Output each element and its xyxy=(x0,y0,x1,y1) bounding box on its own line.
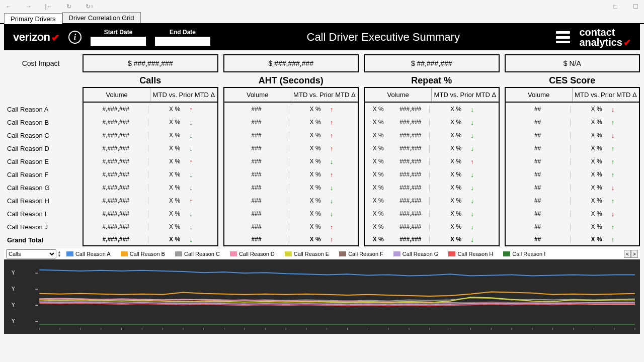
tab-driver-correlation-grid[interactable]: Driver Correlation Grid xyxy=(62,12,141,23)
fullscreen-icon[interactable]: ☐ xyxy=(631,2,640,11)
calls-volume: #,###,### xyxy=(84,236,148,243)
legend-next-button[interactable]: > xyxy=(631,250,638,258)
start-date-input[interactable] xyxy=(91,37,146,46)
legend-swatch xyxy=(66,251,73,256)
legend-item[interactable]: Call Reason G xyxy=(393,251,439,257)
aht-delta: X %↓ xyxy=(289,197,358,205)
cost-impact-label: Cost Impact xyxy=(4,59,77,67)
refresh-icon[interactable]: ↻ xyxy=(64,2,73,11)
legend-swatch xyxy=(503,251,510,256)
legend-item[interactable]: Call Reason A xyxy=(66,251,111,257)
repeat-delta: X %↓ xyxy=(429,184,498,192)
repeat-delta: X %↓ xyxy=(429,197,498,205)
refresh-pause-icon[interactable]: ↻॥ xyxy=(85,2,94,11)
arrow-down-icon: ↓ xyxy=(470,223,474,231)
legend-item[interactable]: Call Reason E xyxy=(285,251,329,257)
legend-item[interactable]: Call Reason B xyxy=(121,251,165,257)
ces-volume: ## xyxy=(506,145,570,152)
metric-subheader: Volume MTD vs. Prior MTD Δ xyxy=(364,87,500,103)
legend-label: Call Reason D xyxy=(239,251,275,257)
legend-label: Call Reason C xyxy=(184,251,220,257)
legend-label: Call Reason B xyxy=(130,251,165,257)
ces-delta: X %↑ xyxy=(570,223,639,231)
repeat-block: X %###,### X %↓ xyxy=(364,129,500,142)
reason-label: Call Reason H xyxy=(4,197,77,205)
ces-block: ## X %↓ xyxy=(505,103,640,116)
col-volume: Volume xyxy=(224,88,291,102)
check-icon: ✔ xyxy=(623,38,631,47)
col-delta: MTD vs. Prior MTD Δ xyxy=(572,88,639,102)
repeat-delta: X %↓ xyxy=(429,210,498,218)
menu-icon[interactable] xyxy=(556,31,570,43)
table-row: Call Reason J #,###,### X %↓ ### X %↑ X … xyxy=(4,220,640,233)
arrow-down-icon: ↓ xyxy=(189,145,193,152)
legend-swatch xyxy=(285,251,292,256)
repeat-block: X %###,### X %↓ xyxy=(364,142,500,155)
repeat-volume: X %###,### xyxy=(365,106,429,113)
ces-volume: ## xyxy=(506,132,570,139)
legend-item[interactable]: Call Reason D xyxy=(230,251,275,257)
aht-block: ### X %↓ xyxy=(223,155,359,168)
aht-block: ### X %↑ xyxy=(223,129,359,142)
arrow-up-icon: ↑ xyxy=(330,223,334,231)
legend-swatch xyxy=(339,251,346,256)
step-down-icon[interactable]: ▼ xyxy=(57,254,61,257)
aht-block: ### X %↑ xyxy=(223,168,359,181)
info-icon[interactable]: i xyxy=(68,31,82,44)
legend-item[interactable]: Call Reason H xyxy=(448,251,493,257)
repeat-volume: X %###,### xyxy=(365,132,429,139)
arrow-down-icon: ↓ xyxy=(470,119,474,126)
repeat-block: X %###,### X %↓ xyxy=(364,220,500,233)
repeat-delta: X %↓ xyxy=(429,223,498,231)
legend-label: Call Reason F xyxy=(348,251,383,257)
arrow-down-icon: ↓ xyxy=(330,197,334,205)
trend-chart[interactable]: YYYY xyxy=(4,259,640,334)
calls-volume: #,###,### xyxy=(84,145,148,152)
arrow-up-icon: ↑ xyxy=(330,132,334,139)
calls-delta: X %↓ xyxy=(148,184,217,192)
calls-block: #,###,### X %↑ xyxy=(83,194,218,207)
repeat-delta: X %↑ xyxy=(429,158,498,165)
chart-metric-dropdown[interactable]: Calls ▲▼ xyxy=(6,249,61,258)
ces-block: ## X %↑ xyxy=(505,168,640,181)
repeat-block: X %###,### X %↓ xyxy=(364,207,500,220)
ces-block: ## X %↑ xyxy=(505,194,640,207)
legend-swatch xyxy=(121,251,128,256)
arrow-down-icon: ↓ xyxy=(470,106,474,113)
legend-item[interactable]: Call Reason F xyxy=(339,251,383,257)
ces-block: ## X %↑ xyxy=(505,142,640,155)
calls-volume: #,###,### xyxy=(84,184,148,191)
cost-box: $ ##,###,### xyxy=(364,54,500,72)
metric-title: Repeat % xyxy=(364,75,500,86)
repeat-block: X %###,### X %↓ xyxy=(364,116,500,129)
calls-block: #,###,### X %↓ xyxy=(83,233,218,246)
repeat-volume: X %###,### xyxy=(365,158,429,165)
repeat-block: X %###,### X %↓ xyxy=(364,194,500,207)
aht-block: ### X %↑ xyxy=(223,142,359,155)
first-icon[interactable]: |← xyxy=(44,2,53,11)
col-volume: Volume xyxy=(84,88,150,102)
repeat-block: X %###,### X %↑ xyxy=(364,155,500,168)
ces-delta: X %↑ xyxy=(570,119,639,126)
repeat-block: X %###,### X %↓ xyxy=(364,103,500,116)
legend-item[interactable]: Call Reason I xyxy=(503,251,545,257)
arrow-up-icon: ↑ xyxy=(611,158,615,165)
aht-block: ### X %↓ xyxy=(223,207,359,220)
comment-icon[interactable]: □ xyxy=(611,2,620,11)
end-date-input[interactable] xyxy=(155,37,210,46)
ces-block: ## X %↓ xyxy=(505,207,640,220)
back-icon[interactable]: ← xyxy=(4,2,13,11)
legend-item[interactable]: Call Reason C xyxy=(175,251,220,257)
forward-icon[interactable]: → xyxy=(24,2,33,11)
table-row: Call Reason I #,###,### X %↓ ### X %↓ X … xyxy=(4,207,640,220)
arrow-down-icon: ↓ xyxy=(330,184,334,192)
aht-volume: ### xyxy=(224,171,289,178)
legend-swatch xyxy=(175,251,182,256)
repeat-delta: X %↓ xyxy=(429,106,498,113)
calls-block: #,###,### X %↓ xyxy=(83,142,218,155)
calls-volume: #,###,### xyxy=(84,132,148,139)
tab-primary-drivers[interactable]: Primary Drivers xyxy=(4,13,62,24)
aht-delta: X %↑ xyxy=(289,119,358,126)
legend-prev-button[interactable]: < xyxy=(624,250,631,258)
calls-volume: #,###,### xyxy=(84,171,148,178)
